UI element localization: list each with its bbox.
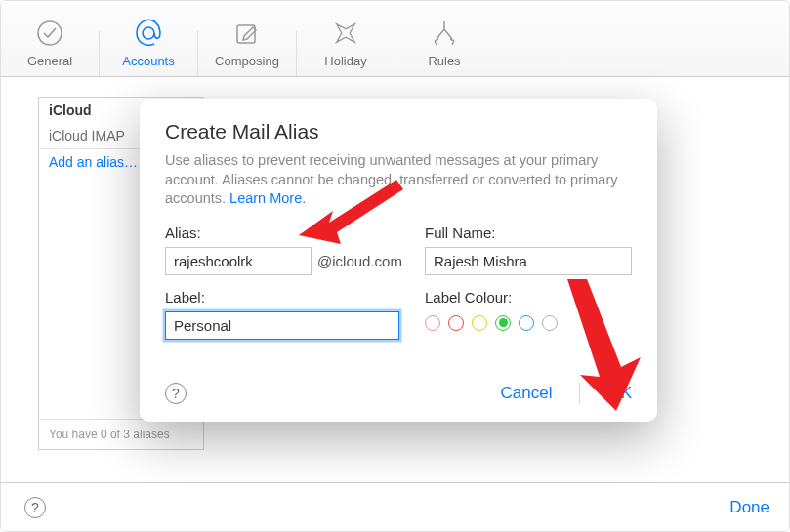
preferences-toolbar: General Accounts Composing Holiday Rules [1, 1, 789, 77]
branch-icon [395, 17, 493, 50]
colour-swatch[interactable] [425, 315, 440, 331]
fullname-input[interactable] [425, 247, 632, 275]
tab-composing[interactable]: Composing [198, 11, 296, 76]
dialog-title: Create Mail Alias [165, 120, 632, 143]
tab-general[interactable]: General [1, 11, 99, 76]
svg-point-1 [143, 27, 154, 39]
colour-swatch[interactable] [495, 315, 511, 331]
tab-label: General [1, 54, 99, 68]
label-field: Label: [165, 289, 399, 340]
create-alias-dialog: Create Mail Alias Use aliases to prevent… [140, 99, 657, 422]
alias-field: Alias: @icloud.com [165, 225, 399, 275]
tab-label: Holiday [297, 54, 395, 68]
alias-label: Alias: [165, 225, 399, 241]
dialog-description: Use aliases to prevent receiving unwante… [165, 151, 632, 209]
bottom-bar: ? Done [1, 482, 789, 531]
button-divider [579, 383, 580, 404]
fullname-field: Full Name: [425, 225, 632, 275]
alias-domain-suffix: @icloud.com [317, 253, 402, 269]
compose-icon [198, 17, 296, 50]
svg-point-0 [38, 21, 62, 45]
colour-swatches [425, 311, 632, 331]
airplane-icon [297, 17, 395, 50]
tab-holiday[interactable]: Holiday [297, 11, 395, 76]
label-label: Label: [165, 289, 399, 306]
ok-button[interactable]: OK [607, 384, 632, 403]
help-icon[interactable]: ? [24, 497, 46, 518]
label-colour-label: Label Colour: [425, 289, 632, 306]
done-button[interactable]: Done [729, 498, 769, 517]
dialog-help-icon[interactable]: ? [165, 383, 187, 404]
label-input[interactable] [165, 311, 399, 340]
tab-label: Accounts [100, 54, 197, 68]
tab-rules[interactable]: Rules [395, 11, 493, 76]
fullname-label: Full Name: [425, 225, 632, 241]
colour-swatch[interactable] [519, 315, 534, 331]
learn-more-link[interactable]: Learn More. [229, 190, 306, 206]
colour-swatch[interactable] [542, 315, 558, 331]
aliases-count-footer: You have 0 of 3 aliases [39, 419, 203, 449]
colour-swatch[interactable] [472, 315, 487, 331]
cancel-button[interactable]: Cancel [501, 384, 553, 403]
checkmark-circle-icon [1, 17, 99, 50]
alias-input[interactable] [165, 247, 312, 275]
at-sign-icon [100, 17, 197, 50]
tab-label: Composing [198, 54, 296, 68]
tab-label: Rules [395, 54, 493, 68]
colour-swatch[interactable] [448, 315, 464, 331]
label-colour-field: Label Colour: [425, 289, 632, 340]
tab-accounts[interactable]: Accounts [100, 11, 197, 76]
